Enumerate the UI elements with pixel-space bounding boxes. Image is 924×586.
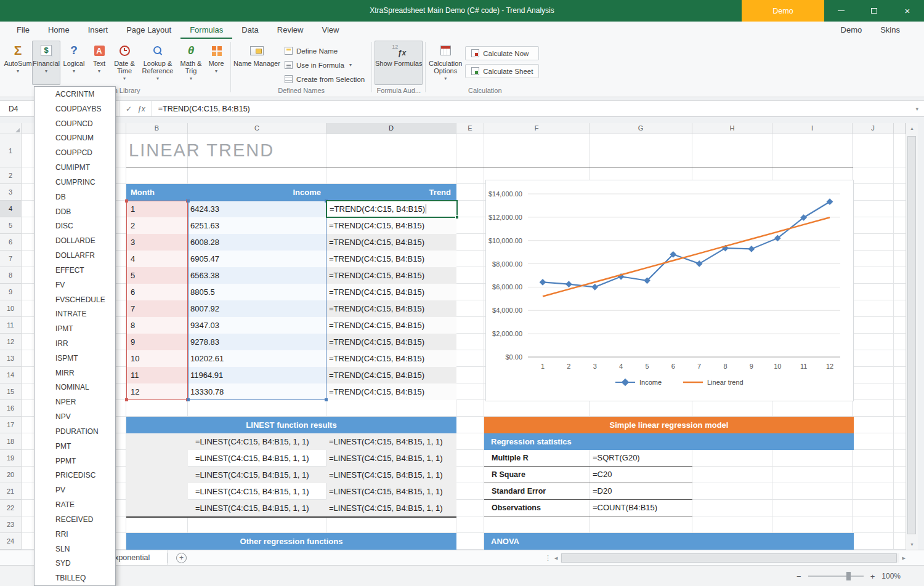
column-header-E[interactable]: E bbox=[456, 123, 484, 134]
scroll-down-icon[interactable]: ▼ bbox=[910, 539, 914, 550]
menu-item[interactable]: PRICEDISC bbox=[34, 468, 115, 483]
row-header-19[interactable]: 19 bbox=[0, 450, 21, 467]
menu-item[interactable]: COUPDAYBS bbox=[34, 102, 115, 116]
trend-cell[interactable]: =TREND(C4:C15, B4:B15) bbox=[326, 300, 456, 317]
active-cell-d4[interactable]: =TREND(C4:C15, B4:B15) bbox=[326, 200, 458, 218]
ribbon-tab-skins[interactable]: Skins bbox=[871, 22, 909, 39]
menu-item[interactable]: SYD bbox=[34, 556, 115, 571]
empty-cell[interactable] bbox=[126, 450, 188, 467]
row-header-13[interactable]: 13 bbox=[0, 350, 21, 367]
scroll-right-icon[interactable]: ▶ bbox=[902, 556, 906, 561]
menu-item[interactable]: RECEIVED bbox=[34, 512, 115, 527]
cells-area[interactable]: LINEAR TREND Month Income Trend 1 6424.3… bbox=[22, 134, 906, 550]
regression-value-cell[interactable]: =D20 bbox=[591, 483, 612, 499]
menu-item[interactable]: IRR bbox=[34, 336, 115, 351]
menu-item[interactable]: PMT bbox=[34, 439, 115, 454]
linest-header-cell[interactable]: LINEST function results bbox=[126, 417, 456, 433]
zoom-in-button[interactable]: + bbox=[870, 572, 875, 581]
close-button[interactable]: × bbox=[891, 0, 924, 22]
ribbon-tab-file[interactable]: File bbox=[7, 22, 39, 39]
math-trig-button[interactable]: θ Math & Trig ▾ bbox=[177, 41, 205, 85]
fill-handle[interactable] bbox=[455, 215, 459, 219]
ribbon-tab-formulas[interactable]: Formulas bbox=[180, 22, 232, 39]
row-header-4[interactable]: 4 bbox=[0, 201, 21, 217]
menu-item[interactable]: DB bbox=[34, 190, 115, 204]
ribbon-tab-view[interactable]: View bbox=[312, 22, 348, 39]
menu-item[interactable]: NPV bbox=[34, 409, 115, 424]
income-header-cell[interactable]: Income bbox=[188, 184, 326, 201]
empty-cell[interactable] bbox=[126, 467, 188, 483]
menu-item[interactable]: DOLLARDE bbox=[34, 233, 115, 248]
trend-cell[interactable]: =TREND(C4:C15, B4:B15) bbox=[326, 383, 456, 400]
linest-formula-cell[interactable]: =LINEST(C4:C15, B4:B15, 1, 1) bbox=[326, 467, 456, 483]
menu-item[interactable]: COUPNUM bbox=[34, 130, 115, 145]
row-header-2[interactable]: 2 bbox=[0, 167, 21, 184]
select-all-corner[interactable] bbox=[0, 123, 22, 134]
minimize-button[interactable] bbox=[824, 0, 857, 22]
column-header-F[interactable]: F bbox=[484, 123, 590, 134]
ribbon-tab-home[interactable]: Home bbox=[39, 22, 79, 39]
row-header-17[interactable]: 17 bbox=[0, 417, 21, 433]
lookup-reference-button[interactable]: Lookup & Reference ▾ bbox=[138, 41, 177, 85]
menu-item[interactable]: FV bbox=[34, 278, 115, 292]
vertical-scrollbar-thumb[interactable] bbox=[907, 136, 916, 534]
show-formulas-button[interactable]: 12ƒx Show Formulas bbox=[375, 41, 423, 85]
anova-header-cell[interactable]: ANOVA bbox=[484, 533, 854, 550]
menu-item[interactable]: TBILLEQ bbox=[34, 571, 115, 585]
menu-item[interactable]: DISC bbox=[34, 219, 115, 233]
trend-cell[interactable]: =TREND(C4:C15, B4:B15) bbox=[326, 251, 456, 267]
linest-formula-cell[interactable]: =LINEST(C4:C15, B4:B15, 1, 1) bbox=[188, 450, 326, 467]
linest-formula-cell[interactable]: =LINEST(C4:C15, B4:B15, 1, 1) bbox=[188, 500, 326, 516]
trend-cell[interactable]: =TREND(C4:C15, B4:B15) bbox=[326, 217, 456, 234]
vertical-scrollbar[interactable]: ▲ ▼ bbox=[906, 123, 918, 550]
zoom-out-button[interactable]: − bbox=[796, 572, 801, 581]
row-header-10[interactable]: 10 bbox=[0, 300, 21, 317]
row-header-23[interactable]: 23 bbox=[0, 516, 21, 533]
menu-item[interactable]: COUPPCD bbox=[34, 145, 115, 160]
regression-value-cell[interactable]: =COUNT(B4:B15) bbox=[591, 500, 657, 516]
row-header-5[interactable]: 5 bbox=[0, 217, 21, 234]
create-from-selection-button[interactable]: Create from Selection bbox=[280, 72, 369, 86]
regression-label-cell[interactable]: Standard Error bbox=[484, 483, 591, 499]
menu-item[interactable]: NOMINAL bbox=[34, 380, 115, 395]
row-header-21[interactable]: 21 bbox=[0, 483, 21, 500]
trend-cell[interactable]: =TREND(C4:C15, B4:B15) bbox=[326, 267, 456, 284]
use-in-formula-button[interactable]: Use in Formula ▾ bbox=[280, 58, 369, 72]
menu-item[interactable]: IPMT bbox=[34, 321, 115, 336]
row-header-12[interactable]: 12 bbox=[0, 334, 21, 350]
maximize-button[interactable] bbox=[857, 0, 891, 22]
menu-item[interactable]: MIRR bbox=[34, 366, 115, 380]
horizontal-scrollbar[interactable]: ⋮ ◀ ▶ bbox=[545, 553, 906, 563]
ribbon-tab-demo[interactable]: Demo bbox=[832, 22, 872, 39]
row-header-9[interactable]: 9 bbox=[0, 284, 21, 300]
regression-value-cell[interactable]: =C20 bbox=[591, 467, 612, 483]
zoom-slider[interactable] bbox=[808, 576, 864, 577]
menu-item[interactable]: CUMPRINC bbox=[34, 175, 115, 190]
scroll-up-icon[interactable]: ▲ bbox=[910, 123, 914, 134]
trend-chart[interactable]: $0.00$2,000.00$4,000.00$6,000.00$8,000.0… bbox=[485, 180, 854, 401]
sheet-title-cell[interactable]: LINEAR TREND bbox=[126, 134, 853, 167]
trend-cell[interactable]: =TREND(C4:C15, B4:B15) bbox=[326, 234, 456, 251]
linest-formula-cell[interactable]: =LINEST(C4:C15, B4:B15, 1, 1) bbox=[188, 433, 326, 450]
scrollbar-grip-icon[interactable]: ⋮ bbox=[545, 554, 551, 562]
vertical-scrollbar-track[interactable] bbox=[906, 134, 918, 539]
menu-item[interactable]: PPMT bbox=[34, 454, 115, 468]
trend-cell[interactable]: =TREND(C4:C15, B4:B15) bbox=[326, 284, 456, 300]
row-header-16[interactable]: 16 bbox=[0, 400, 21, 417]
regression-value-cell[interactable]: =SQRT(G20) bbox=[591, 450, 640, 466]
enter-formula-icon[interactable]: ✓ bbox=[126, 105, 132, 113]
regression-label-cell[interactable]: Multiple R bbox=[484, 450, 591, 466]
linest-formula-cell[interactable]: =LINEST(C4:C15, B4:B15, 1, 1) bbox=[326, 433, 456, 450]
menu-item[interactable]: NPER bbox=[34, 395, 115, 409]
row-header-20[interactable]: 20 bbox=[0, 467, 21, 483]
row-header-15[interactable]: 15 bbox=[0, 383, 21, 400]
regression-label-cell[interactable]: Observations bbox=[484, 500, 591, 516]
calculation-options-button[interactable]: Calculation Options ▾ bbox=[428, 41, 463, 85]
linest-formula-cell[interactable]: =LINEST(C4:C15, B4:B15, 1, 1) bbox=[326, 450, 456, 467]
logical-button[interactable]: ? Logical ▾ bbox=[60, 41, 87, 85]
menu-item[interactable]: INTRATE bbox=[34, 307, 115, 321]
calculate-sheet-button[interactable]: Calculate Sheet bbox=[465, 64, 539, 78]
empty-cell[interactable] bbox=[126, 433, 188, 450]
row-header-1[interactable]: 1 bbox=[0, 134, 21, 167]
row-header-24[interactable]: 24 bbox=[0, 533, 21, 550]
